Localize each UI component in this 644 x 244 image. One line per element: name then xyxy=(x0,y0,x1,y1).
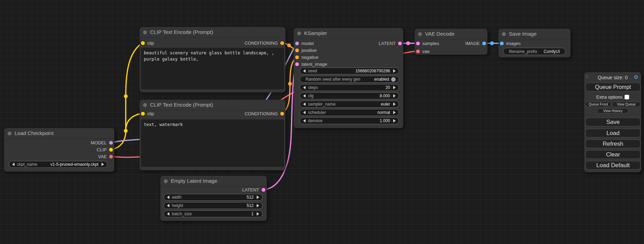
seed-widget[interactable]: seed 156680208700286 xyxy=(300,67,399,74)
conditioning-port-icon[interactable] xyxy=(280,112,284,116)
increment-arrow-icon[interactable] xyxy=(393,94,396,98)
node-clip-text-encode-negative[interactable]: CLIP Text Encode (Prompt) clip CONDITION… xyxy=(140,100,285,170)
output-model[interactable]: MODEL xyxy=(91,139,113,146)
increment-arrow-icon[interactable] xyxy=(102,163,104,166)
model-port-icon[interactable] xyxy=(295,42,299,45)
increment-arrow-icon[interactable] xyxy=(393,69,396,73)
random-seed-toggle-widget[interactable]: Random seed after every gen enabled xyxy=(300,76,399,83)
decrement-arrow-icon[interactable] xyxy=(303,94,306,98)
toggle-circle-icon[interactable] xyxy=(391,77,396,82)
collapse-dot-icon[interactable] xyxy=(297,31,301,35)
height-widget[interactable]: height 512 xyxy=(164,202,263,209)
node-title-bar[interactable]: VAE Decode xyxy=(415,29,487,39)
node-save-image[interactable]: Save Image images filename_prefix ComfyU… xyxy=(499,29,571,57)
scheduler-widget[interactable]: scheduler normal xyxy=(300,109,399,116)
input-vae[interactable]: vae xyxy=(416,48,430,54)
decrement-arrow-icon[interactable] xyxy=(303,111,306,114)
decrement-arrow-icon[interactable] xyxy=(303,86,306,89)
decrement-arrow-icon[interactable] xyxy=(303,102,306,106)
batch-size-widget[interactable]: batch_size 1 xyxy=(164,210,263,217)
node-title-bar[interactable]: Load Checkpoint xyxy=(4,128,114,139)
output-latent[interactable]: LATENT xyxy=(379,40,402,46)
settings-gear-icon[interactable] xyxy=(634,74,638,81)
node-title-bar[interactable]: Empty Latent Image xyxy=(160,176,267,187)
load-button[interactable]: Load xyxy=(585,129,641,137)
decrement-arrow-icon[interactable] xyxy=(167,204,169,207)
collapse-dot-icon[interactable] xyxy=(143,30,147,34)
output-conditioning[interactable]: CONDITIONING xyxy=(245,110,284,117)
vae-port-icon[interactable] xyxy=(416,49,420,53)
image-port-icon[interactable] xyxy=(482,42,486,45)
latent-port-icon[interactable] xyxy=(295,62,299,66)
decrement-arrow-icon[interactable] xyxy=(303,69,306,73)
increment-arrow-icon[interactable] xyxy=(393,102,396,106)
output-image[interactable]: IMAGE xyxy=(465,40,486,46)
queue-prompt-button[interactable]: Queue Prompt xyxy=(585,83,641,91)
decrement-arrow-icon[interactable] xyxy=(167,212,169,216)
input-clip[interactable]: clip xyxy=(141,110,154,117)
output-clip[interactable]: CLIP xyxy=(97,146,113,153)
sampler-name-widget[interactable]: sampler_name euler xyxy=(300,101,399,108)
positive-prompt-textarea[interactable]: beautiful scenery nature glass bottle la… xyxy=(141,48,284,89)
node-title-bar[interactable]: KSampler xyxy=(294,28,403,39)
filename-prefix-widget[interactable]: filename_prefix ComfyUI xyxy=(503,48,566,55)
input-latent-image[interactable]: latent_image xyxy=(295,61,327,67)
decrement-arrow-icon[interactable] xyxy=(167,196,169,199)
output-latent[interactable]: LATENT xyxy=(242,187,265,193)
conditioning-port-icon[interactable] xyxy=(295,48,299,52)
collapse-dot-icon[interactable] xyxy=(502,32,506,36)
collapse-dot-icon[interactable] xyxy=(418,32,422,36)
node-ksampler[interactable]: KSampler model positive negative latent_… xyxy=(294,28,403,128)
collapse-dot-icon[interactable] xyxy=(143,103,147,107)
latent-port-icon[interactable] xyxy=(398,42,402,45)
output-conditioning[interactable]: CONDITIONING xyxy=(245,40,284,46)
increment-arrow-icon[interactable] xyxy=(257,196,259,199)
output-vae[interactable]: VAE xyxy=(98,153,113,160)
increment-arrow-icon[interactable] xyxy=(257,204,259,207)
node-title-bar[interactable]: CLIP Text Encode (Prompt) xyxy=(140,27,285,38)
clear-button[interactable]: Clear xyxy=(585,150,641,159)
clip-port-icon[interactable] xyxy=(141,112,145,116)
decrement-arrow-icon[interactable] xyxy=(303,119,306,123)
ckpt-name-widget[interactable]: ckpt_name v1-5-pruned-emaonly.ckpt xyxy=(9,161,107,168)
node-title-bar[interactable]: CLIP Text Encode (Prompt) xyxy=(140,100,285,110)
input-clip[interactable]: clip xyxy=(141,40,154,46)
image-port-icon[interactable] xyxy=(500,42,504,45)
decrement-arrow-icon[interactable] xyxy=(12,163,15,166)
latent-port-icon[interactable] xyxy=(416,42,420,45)
node-title-bar[interactable]: Save Image xyxy=(499,29,571,39)
node-clip-text-encode-positive[interactable]: CLIP Text Encode (Prompt) clip CONDITION… xyxy=(140,27,285,92)
view-queue-button[interactable]: View Queue xyxy=(612,102,641,107)
input-images[interactable]: images xyxy=(500,40,521,46)
refresh-button[interactable]: Refresh xyxy=(585,139,641,148)
latent-port-icon[interactable] xyxy=(262,188,265,192)
conditioning-port-icon[interactable] xyxy=(295,55,299,59)
input-positive[interactable]: positive xyxy=(295,47,317,53)
denoise-widget[interactable]: denoise 1.000 xyxy=(300,117,399,124)
input-samples[interactable]: samples xyxy=(416,40,439,46)
node-load-checkpoint[interactable]: Load Checkpoint MODEL CLIP VAE ckpt_name… xyxy=(4,128,114,172)
increment-arrow-icon[interactable] xyxy=(393,119,396,123)
width-widget[interactable]: width 512 xyxy=(164,194,263,201)
view-history-button[interactable]: View History xyxy=(597,108,628,114)
collapse-dot-icon[interactable] xyxy=(164,179,168,183)
load-default-button[interactable]: Load Default xyxy=(585,161,641,170)
increment-arrow-icon[interactable] xyxy=(257,212,259,216)
queue-front-button[interactable]: Queue Front xyxy=(585,102,611,107)
clip-port-icon[interactable] xyxy=(141,41,145,45)
conditioning-port-icon[interactable] xyxy=(280,41,284,45)
save-button[interactable]: Save xyxy=(585,118,641,126)
input-negative[interactable]: negative xyxy=(295,54,318,60)
vae-port-icon[interactable] xyxy=(109,155,113,159)
steps-widget[interactable]: steps 20 xyxy=(300,84,399,91)
increment-arrow-icon[interactable] xyxy=(393,86,396,89)
extra-options-checkbox[interactable] xyxy=(625,95,629,99)
input-model[interactable]: model xyxy=(295,40,314,46)
negative-prompt-textarea[interactable]: text, watermark xyxy=(141,119,284,167)
increment-arrow-icon[interactable] xyxy=(393,111,396,114)
cfg-widget[interactable]: cfg 8.000 xyxy=(300,92,399,99)
model-port-icon[interactable] xyxy=(109,141,113,145)
collapse-dot-icon[interactable] xyxy=(8,132,11,135)
clip-port-icon[interactable] xyxy=(109,148,113,152)
node-vae-decode[interactable]: VAE Decode samples vae IMAGE xyxy=(415,29,487,55)
